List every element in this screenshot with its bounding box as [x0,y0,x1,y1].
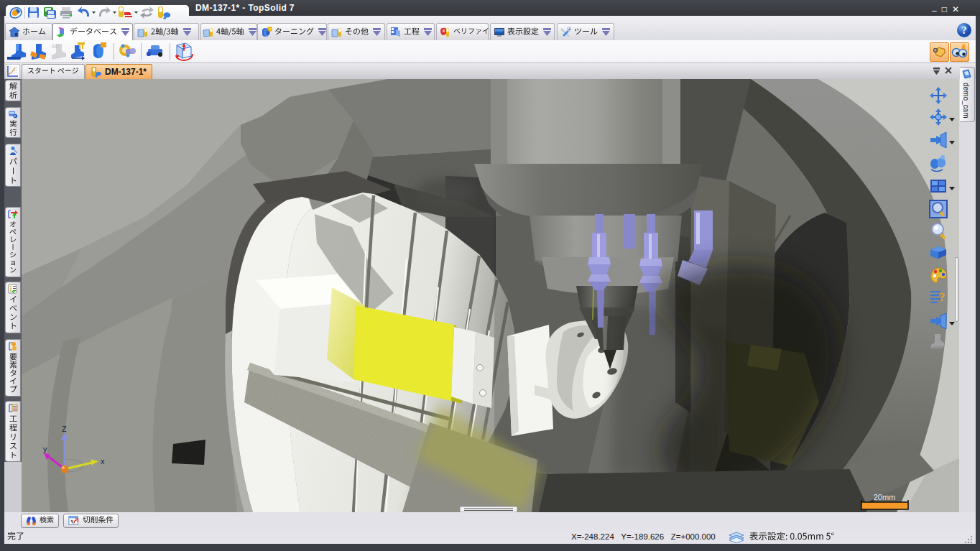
svg-text:Z: Z [62,425,67,433]
svg-text:?: ? [939,290,946,304]
svg-text:y: y [43,445,47,453]
svg-text:66: 66 [52,44,57,49]
svg-text:x: x [101,457,105,466]
svg-text:?: ? [962,25,967,36]
svg-text:20mm: 20mm [874,493,896,501]
